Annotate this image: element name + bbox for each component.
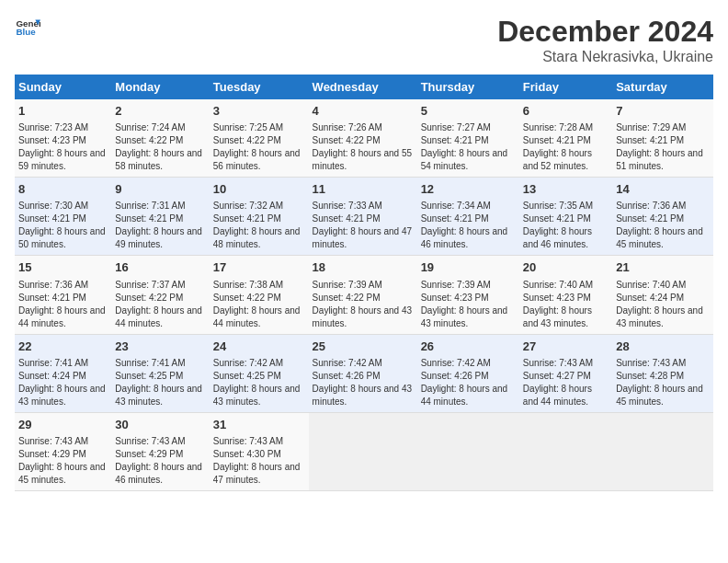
day-number: 3	[213, 103, 305, 120]
calendar-header-row: Sunday Monday Tuesday Wednesday Thursday…	[15, 75, 713, 99]
calendar-cell: 26Sunrise: 7:42 AMSunset: 4:26 PMDayligh…	[417, 334, 519, 412]
day-number: 15	[18, 259, 108, 276]
day-number: 14	[616, 181, 710, 198]
calendar-cell: 29Sunrise: 7:43 AMSunset: 4:29 PMDayligh…	[15, 412, 111, 490]
day-number: 4	[313, 103, 414, 120]
calendar-cell: 21Sunrise: 7:40 AMSunset: 4:24 PMDayligh…	[612, 256, 713, 334]
day-number: 7	[616, 103, 710, 120]
calendar-cell	[309, 412, 417, 490]
calendar-cell: 28Sunrise: 7:43 AMSunset: 4:28 PMDayligh…	[612, 334, 713, 412]
day-number: 29	[18, 417, 108, 433]
day-info: Sunrise: 7:43 AMSunset: 4:29 PMDaylight:…	[115, 435, 205, 487]
page-subtitle: Stara Nekrasivka, Ukraine	[497, 49, 713, 65]
day-info: Sunrise: 7:40 AMSunset: 4:23 PMDaylight:…	[523, 279, 609, 330]
day-number: 13	[523, 181, 609, 198]
day-info: Sunrise: 7:28 AMSunset: 4:21 PMDaylight:…	[523, 121, 609, 173]
day-info: Sunrise: 7:42 AMSunset: 4:25 PMDaylight:…	[213, 357, 305, 408]
day-info: Sunrise: 7:23 AMSunset: 4:23 PMDaylight:…	[18, 121, 108, 173]
day-number: 1	[18, 103, 108, 120]
day-number: 24	[213, 339, 305, 355]
day-number: 18	[313, 259, 414, 276]
col-thursday: Thursday	[417, 75, 519, 99]
calendar-cell: 24Sunrise: 7:42 AMSunset: 4:25 PMDayligh…	[210, 334, 309, 412]
day-number: 12	[421, 181, 516, 198]
calendar-cell: 7Sunrise: 7:29 AMSunset: 4:21 PMDaylight…	[612, 99, 713, 178]
calendar-cell: 19Sunrise: 7:39 AMSunset: 4:23 PMDayligh…	[417, 256, 519, 334]
col-wednesday: Wednesday	[309, 75, 417, 99]
day-info: Sunrise: 7:40 AMSunset: 4:24 PMDaylight:…	[616, 279, 710, 330]
calendar-cell: 12Sunrise: 7:34 AMSunset: 4:21 PMDayligh…	[417, 178, 519, 256]
day-number: 17	[213, 259, 305, 276]
day-number: 8	[18, 181, 108, 198]
day-info: Sunrise: 7:43 AMSunset: 4:27 PMDaylight:…	[523, 357, 609, 408]
day-info: Sunrise: 7:33 AMSunset: 4:21 PMDaylight:…	[313, 200, 414, 251]
week-row-5: 29Sunrise: 7:43 AMSunset: 4:29 PMDayligh…	[15, 412, 713, 490]
day-info: Sunrise: 7:38 AMSunset: 4:22 PMDaylight:…	[213, 279, 305, 330]
day-number: 30	[115, 417, 205, 433]
day-info: Sunrise: 7:43 AMSunset: 4:28 PMDaylight:…	[616, 357, 710, 408]
calendar-cell: 6Sunrise: 7:28 AMSunset: 4:21 PMDaylight…	[519, 99, 612, 178]
col-friday: Friday	[519, 75, 612, 99]
calendar-cell	[612, 412, 713, 490]
day-number: 5	[421, 103, 516, 120]
day-info: Sunrise: 7:29 AMSunset: 4:21 PMDaylight:…	[616, 121, 710, 173]
day-info: Sunrise: 7:35 AMSunset: 4:21 PMDaylight:…	[523, 200, 609, 251]
day-info: Sunrise: 7:32 AMSunset: 4:21 PMDaylight:…	[213, 200, 305, 251]
calendar-cell	[417, 412, 519, 490]
calendar-cell: 23Sunrise: 7:41 AMSunset: 4:25 PMDayligh…	[111, 334, 209, 412]
day-info: Sunrise: 7:39 AMSunset: 4:22 PMDaylight:…	[313, 279, 414, 330]
day-info: Sunrise: 7:39 AMSunset: 4:23 PMDaylight:…	[421, 279, 516, 330]
calendar-cell: 9Sunrise: 7:31 AMSunset: 4:21 PMDaylight…	[111, 178, 209, 256]
calendar-cell: 31Sunrise: 7:43 AMSunset: 4:30 PMDayligh…	[210, 412, 309, 490]
svg-text:Blue: Blue	[16, 27, 36, 37]
day-number: 6	[523, 103, 609, 120]
col-monday: Monday	[111, 75, 209, 99]
day-info: Sunrise: 7:24 AMSunset: 4:22 PMDaylight:…	[115, 121, 205, 173]
calendar-cell: 27Sunrise: 7:43 AMSunset: 4:27 PMDayligh…	[519, 334, 612, 412]
day-info: Sunrise: 7:42 AMSunset: 4:26 PMDaylight:…	[421, 357, 516, 408]
logo: General Blue	[15, 15, 40, 40]
calendar-cell: 25Sunrise: 7:42 AMSunset: 4:26 PMDayligh…	[309, 334, 417, 412]
day-info: Sunrise: 7:41 AMSunset: 4:24 PMDaylight:…	[18, 357, 108, 408]
day-info: Sunrise: 7:43 AMSunset: 4:29 PMDaylight:…	[18, 435, 108, 487]
day-number: 19	[421, 259, 516, 276]
calendar-cell: 14Sunrise: 7:36 AMSunset: 4:21 PMDayligh…	[612, 178, 713, 256]
page-header: General Blue December 2024 Stara Nekrasi…	[15, 15, 713, 65]
calendar-cell: 10Sunrise: 7:32 AMSunset: 4:21 PMDayligh…	[210, 178, 309, 256]
day-number: 9	[115, 181, 205, 198]
day-info: Sunrise: 7:30 AMSunset: 4:21 PMDaylight:…	[18, 200, 108, 251]
calendar-cell: 4Sunrise: 7:26 AMSunset: 4:22 PMDaylight…	[309, 99, 417, 178]
calendar-cell: 5Sunrise: 7:27 AMSunset: 4:21 PMDaylight…	[417, 99, 519, 178]
day-info: Sunrise: 7:26 AMSunset: 4:22 PMDaylight:…	[313, 121, 414, 173]
day-number: 16	[115, 259, 205, 276]
day-info: Sunrise: 7:42 AMSunset: 4:26 PMDaylight:…	[313, 357, 414, 408]
day-number: 22	[18, 339, 108, 355]
day-info: Sunrise: 7:25 AMSunset: 4:22 PMDaylight:…	[213, 121, 305, 173]
calendar-cell	[519, 412, 612, 490]
day-number: 31	[213, 417, 305, 433]
day-number: 20	[523, 259, 609, 276]
day-info: Sunrise: 7:34 AMSunset: 4:21 PMDaylight:…	[421, 200, 516, 251]
calendar-cell: 15Sunrise: 7:36 AMSunset: 4:21 PMDayligh…	[15, 256, 111, 334]
calendar-cell: 3Sunrise: 7:25 AMSunset: 4:22 PMDaylight…	[210, 99, 309, 178]
day-info: Sunrise: 7:43 AMSunset: 4:30 PMDaylight:…	[213, 435, 305, 487]
calendar-cell: 2Sunrise: 7:24 AMSunset: 4:22 PMDaylight…	[111, 99, 209, 178]
calendar-cell: 18Sunrise: 7:39 AMSunset: 4:22 PMDayligh…	[309, 256, 417, 334]
calendar-cell: 22Sunrise: 7:41 AMSunset: 4:24 PMDayligh…	[15, 334, 111, 412]
calendar-cell: 13Sunrise: 7:35 AMSunset: 4:21 PMDayligh…	[519, 178, 612, 256]
day-number: 23	[115, 339, 205, 355]
week-row-1: 1Sunrise: 7:23 AMSunset: 4:23 PMDaylight…	[15, 99, 713, 178]
day-info: Sunrise: 7:36 AMSunset: 4:21 PMDaylight:…	[18, 279, 108, 330]
day-number: 25	[313, 339, 414, 355]
day-info: Sunrise: 7:31 AMSunset: 4:21 PMDaylight:…	[115, 200, 205, 251]
calendar-cell: 11Sunrise: 7:33 AMSunset: 4:21 PMDayligh…	[309, 178, 417, 256]
calendar-cell: 17Sunrise: 7:38 AMSunset: 4:22 PMDayligh…	[210, 256, 309, 334]
calendar-cell: 8Sunrise: 7:30 AMSunset: 4:21 PMDaylight…	[15, 178, 111, 256]
day-number: 2	[115, 103, 205, 120]
col-sunday: Sunday	[15, 75, 111, 99]
day-info: Sunrise: 7:41 AMSunset: 4:25 PMDaylight:…	[115, 357, 205, 408]
page-title: December 2024	[497, 15, 713, 49]
calendar-table: Sunday Monday Tuesday Wednesday Thursday…	[15, 75, 713, 491]
day-number: 11	[313, 181, 414, 198]
day-number: 27	[523, 339, 609, 355]
